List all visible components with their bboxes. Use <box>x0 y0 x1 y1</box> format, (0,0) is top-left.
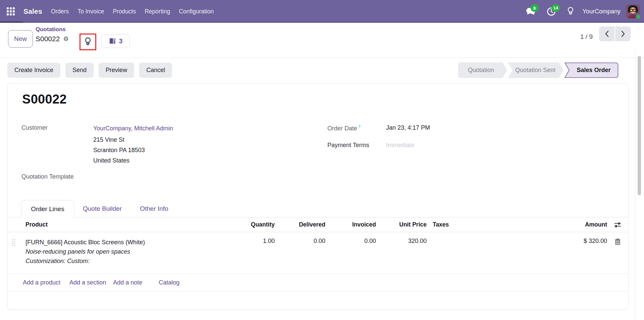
pager-value[interactable]: 1 / 9 <box>580 33 593 41</box>
attachments-button[interactable]: 3 <box>101 34 130 48</box>
company-switcher[interactable]: YourCompany <box>583 8 621 15</box>
add-line-row: Add a product Add a section Add a note C… <box>8 274 628 292</box>
status-step-sales-order-label: Sales Order <box>569 62 619 78</box>
order-date-value[interactable]: Jan 23, 4:17 PM <box>386 124 430 131</box>
col-header-delivered[interactable]: Delivered <box>275 221 325 228</box>
add-a-section-link[interactable]: Add a section <box>69 279 106 286</box>
customer-label: Customer <box>21 124 48 131</box>
new-button[interactable]: New <box>8 30 33 48</box>
product-description-line2: Customization: Custom: <box>25 256 200 266</box>
payment-terms-label: Payment Terms <box>327 142 369 149</box>
lightbulb-icon <box>567 7 574 16</box>
catalog-link[interactable]: Catalog <box>159 279 179 286</box>
col-header-taxes[interactable]: Taxes <box>427 221 578 228</box>
table-row[interactable]: [FURN_6666] Acoustic Bloc Screens (White… <box>8 232 628 274</box>
status-step-quotation-sent[interactable]: Quotation Sent <box>508 62 564 78</box>
apps-grid-icon[interactable] <box>7 7 15 15</box>
unit-price-cell[interactable]: 320.00 <box>376 238 427 266</box>
product-description: Noise-reducing panels for open spaces Cu… <box>25 247 200 266</box>
messages-icon[interactable]: 8 <box>526 7 535 16</box>
breadcrumb-current-record: S00022 <box>36 35 60 43</box>
tab-other-info[interactable]: Other Info <box>140 205 168 212</box>
breadcrumb-quotations-link[interactable]: Quotations <box>36 26 69 33</box>
action-button-bar: Create Invoice Send Preview Cancel <box>7 63 172 78</box>
tips-icon[interactable] <box>567 7 574 16</box>
breadcrumb: Quotations S00022 ⚙ <box>36 26 69 43</box>
invoiced-cell[interactable]: 0.00 <box>325 238 376 266</box>
product-name-cell[interactable]: [FURN_6666] Acoustic Bloc Screens (White… <box>25 239 145 246</box>
drag-handle-icon[interactable] <box>12 239 15 246</box>
taxes-cell[interactable] <box>427 238 578 266</box>
nav-item-products[interactable]: Products <box>113 8 136 15</box>
help-question-icon: ? <box>358 124 361 129</box>
delete-row-icon[interactable] <box>615 239 621 245</box>
pager-next-button[interactable] <box>615 26 631 41</box>
add-a-note-link[interactable]: Add a note <box>113 279 142 286</box>
notebook-tabs: Order Lines Quote Builder Other Info <box>8 200 628 217</box>
optional-columns-icon[interactable] <box>614 222 621 228</box>
create-invoice-button[interactable]: Create Invoice <box>7 63 60 78</box>
form-sheet: S00022 Customer YourCompany, Mitchell Ad… <box>7 83 629 310</box>
book-icon <box>109 38 116 45</box>
tips-lightbulb-icon[interactable] <box>85 37 91 47</box>
quotation-template-label: Quotation Template <box>21 173 74 180</box>
nav-item-reporting[interactable]: Reporting <box>145 8 170 15</box>
top-navbar: Sales Orders To Invoice Products Reporti… <box>0 0 644 23</box>
col-header-quantity[interactable]: Quantity <box>200 221 275 228</box>
col-header-product[interactable]: Product <box>19 221 200 228</box>
tab-quote-builder[interactable]: Quote Builder <box>83 205 122 212</box>
cancel-button[interactable]: Cancel <box>139 63 172 78</box>
col-header-amount[interactable]: Amount <box>578 221 607 228</box>
gear-icon[interactable]: ⚙ <box>63 36 68 42</box>
attachments-count: 3 <box>119 38 123 45</box>
col-header-unit-price[interactable]: Unit Price <box>376 221 427 228</box>
quantity-cell[interactable]: 1.00 <box>200 238 275 266</box>
highlight-red-box <box>79 34 96 50</box>
customer-address-line2: Scranton PA 18503 <box>93 145 173 155</box>
chevron-right-icon <box>621 30 625 37</box>
amount-cell: $ 320.00 <box>578 238 607 266</box>
app-brand[interactable]: Sales <box>23 7 42 15</box>
table-header-row: Product Quantity Delivered Invoiced Unit… <box>8 217 628 232</box>
order-lines-table: Product Quantity Delivered Invoiced Unit… <box>8 217 628 292</box>
payment-terms-input[interactable]: Immediate <box>386 142 414 149</box>
customer-address-line3: United States <box>93 155 173 166</box>
col-header-invoiced[interactable]: Invoiced <box>325 221 376 228</box>
order-title: S00022 <box>22 92 67 107</box>
scrollbar-thumb[interactable] <box>638 56 641 195</box>
status-step-quotation[interactable]: Quotation <box>458 62 507 78</box>
customer-address-line1: 215 Vine St <box>93 135 173 145</box>
delivered-cell[interactable]: 0.00 <box>275 238 325 266</box>
tab-order-lines[interactable]: Order Lines <box>21 200 74 218</box>
product-description-line1: Noise-reducing panels for open spaces <box>25 247 200 256</box>
add-a-product-link[interactable]: Add a product <box>23 279 60 286</box>
order-date-label: Order Date? <box>327 124 361 132</box>
pager-previous-button[interactable] <box>599 26 614 41</box>
online-status-dot <box>636 14 641 19</box>
nav-item-configuration[interactable]: Configuration <box>179 8 214 15</box>
statusbar: Quotation Quotation Sent Sales Order <box>458 62 619 78</box>
status-step-sales-order-active: Sales Order <box>564 62 619 78</box>
messages-count-badge: 8 <box>531 4 539 12</box>
activities-icon[interactable]: 14 <box>547 7 556 16</box>
preview-button[interactable]: Preview <box>99 63 134 78</box>
chevron-left-icon <box>605 30 609 37</box>
nav-item-to-invoice[interactable]: To Invoice <box>77 8 104 15</box>
control-panel: New Quotations S00022 ⚙ 3 1 / 9 <box>0 23 644 58</box>
pager <box>599 26 631 41</box>
user-menu[interactable] <box>626 4 640 18</box>
nav-item-orders[interactable]: Orders <box>51 8 69 15</box>
send-button[interactable]: Send <box>65 63 94 78</box>
customer-field: YourCompany, Mitchell Admin 215 Vine St … <box>93 124 173 166</box>
customer-name-link[interactable]: YourCompany, Mitchell Admin <box>93 124 173 132</box>
activities-count-badge: 14 <box>551 4 560 12</box>
